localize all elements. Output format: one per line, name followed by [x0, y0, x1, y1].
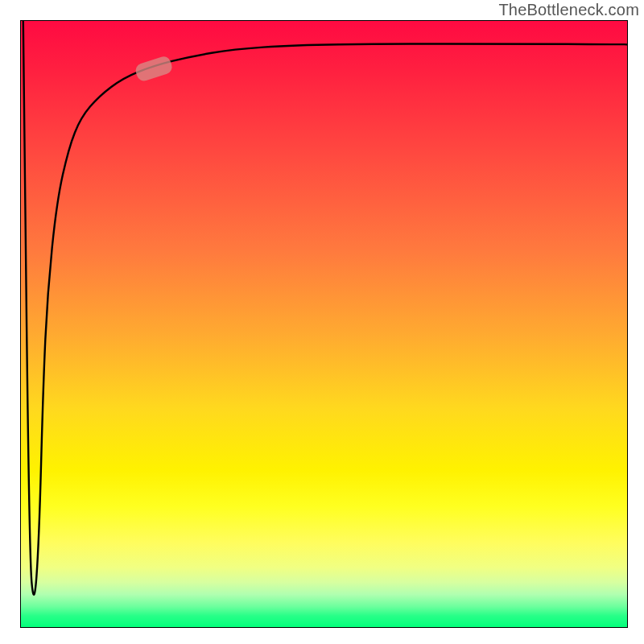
plot-area — [20, 20, 628, 628]
gradient-background — [20, 20, 628, 628]
attribution-text: TheBottleneck.com — [498, 1, 639, 19]
chart-frame: TheBottleneck.com — [0, 0, 644, 644]
